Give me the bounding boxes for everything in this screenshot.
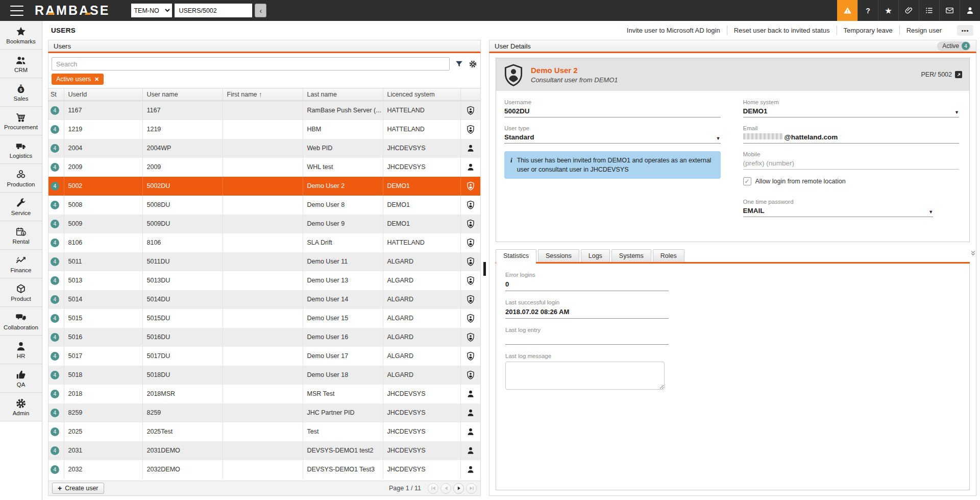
envelope-icon[interactable] [939, 0, 960, 21]
user-table-row[interactable]: 4 2025 2025Test Test JHCDEVSYS [48, 422, 480, 441]
mobile-value[interactable]: (prefix) (number) [743, 159, 960, 170]
chevron-down-icon[interactable]: ▼ [954, 110, 959, 115]
user-table-row[interactable]: 4 2031 2031DEMO DEVSYS-DEMO1 test2 JHCDE… [48, 441, 480, 460]
chevron-down-icon[interactable]: ▼ [716, 136, 721, 141]
sidebar-item[interactable]: Collaboration [0, 307, 42, 336]
action-link[interactable]: Reset user back to invited status [727, 26, 837, 35]
filter-funnel-icon[interactable] [455, 60, 463, 68]
user-table-row[interactable]: 4 8106 8106 SLA Drift HATTELAND [48, 233, 480, 252]
user-table-row[interactable]: 4 2009 2009 WHL test JHCDEVSYS [48, 158, 480, 177]
sidebar-item[interactable]: $ Sales [0, 78, 42, 107]
error-logins-value[interactable]: 0 [505, 280, 669, 291]
sidebar-item[interactable]: Procurement [0, 107, 42, 135]
last-successful-login-value[interactable]: 2018.07.02 08:26 AM [505, 308, 669, 319]
sidebar-item-label: Logistics [10, 153, 33, 159]
user-table-row[interactable]: 4 5008 5008DU Demo User 8 DEMO1 [48, 196, 480, 215]
column-header-userid[interactable]: UserId [64, 88, 142, 101]
column-header-lastname[interactable]: Last name [303, 88, 383, 101]
rambase-logo[interactable]: RAMBASE [35, 3, 110, 18]
action-link[interactable]: Invite user to Microsoft AD login [620, 26, 727, 35]
column-header-firstname[interactable]: First name ↑ [223, 88, 303, 101]
previous-page-button[interactable] [440, 483, 451, 494]
next-page-button[interactable] [453, 483, 464, 494]
last-page-button[interactable] [466, 483, 477, 494]
action-link[interactable]: Resign user [900, 26, 948, 35]
user-table-row[interactable]: 4 5002 5002DU Demo User 2 DEMO1 [48, 177, 480, 196]
external-link-icon[interactable] [955, 71, 962, 78]
last-log-entry-value[interactable] [505, 336, 669, 345]
details-tab[interactable]: Sessions [538, 249, 579, 262]
sidebar-item[interactable]: Finance [0, 250, 42, 278]
sidebar-item[interactable]: HR [0, 336, 42, 364]
username-value[interactable]: 5002DU [504, 107, 721, 117]
cubes-icon [15, 169, 27, 180]
paperclip-icon[interactable] [898, 0, 919, 21]
cell-username: 5018DU [142, 366, 223, 385]
user-table-row[interactable]: 4 1167 1167 RamBase Push Server (... HAT… [48, 101, 480, 120]
remote-login-checkbox-row[interactable]: Allow login from remote location [743, 177, 960, 185]
user-type-dropdown[interactable]: Standard ▼ [504, 133, 721, 144]
filter-chip-close-icon[interactable]: ✕ [94, 76, 99, 83]
column-header-username[interactable]: User name [142, 88, 223, 101]
user-table-row[interactable]: 4 5016 5016DU Demo User 16 ALGARD [48, 328, 480, 347]
hamburger-menu-icon[interactable] [10, 6, 23, 16]
module-select[interactable]: TEM-NO [131, 4, 172, 17]
email-value[interactable]: @hatteland.com [743, 133, 960, 144]
user-table-row[interactable]: 4 2004 2004WP Web PID JHCDEVSYS [48, 139, 480, 158]
column-header-st[interactable]: St [48, 88, 64, 101]
active-users-filter-chip[interactable]: Active users ✕ [52, 74, 104, 85]
search-input[interactable] [52, 57, 450, 70]
user-actions-bar: Invite user to Microsoft AD loginReset u… [620, 26, 955, 35]
sidebar-item[interactable]: Logistics [0, 135, 42, 164]
sidebar-item[interactable]: Production [0, 164, 42, 193]
splitter-drag-handle[interactable] [483, 262, 486, 276]
collapse-section-chevron-icon[interactable] [970, 249, 976, 258]
user-table-row[interactable]: 4 5013 5013DU Demo User 13 ALGARD [48, 271, 480, 290]
sidebar-item[interactable]: CRM [0, 50, 42, 78]
user-table-row[interactable]: 4 5009 5009DU Demo User 9 DEMO1 [48, 215, 480, 233]
sidebar-item[interactable]: QA [0, 364, 42, 393]
create-user-button[interactable]: + Create user [52, 483, 104, 494]
user-table-row[interactable]: 4 1219 1219 HBM HATTELAND [48, 120, 480, 139]
table-settings-gear-icon[interactable] [469, 60, 477, 68]
user-table-row[interactable]: 4 5011 5011DU Demo User 11 ALGARD [48, 252, 480, 271]
back-button[interactable]: ‹ [255, 4, 266, 17]
details-tabs: StatisticsSessionsLogsSystemsRoles [496, 249, 970, 264]
sidebar-item[interactable]: Admin [0, 393, 42, 421]
last-log-message-textarea[interactable] [505, 362, 665, 390]
warning-triangle-icon[interactable] [837, 0, 857, 21]
remote-login-checkbox[interactable] [743, 177, 751, 185]
user-table-row[interactable]: 4 5017 5017DU Demo User 17 ALGARD [48, 347, 480, 366]
sidebar-item-label: Procurement [4, 124, 38, 130]
action-link[interactable]: Temporary leave [837, 26, 900, 35]
details-tab[interactable]: Roles [653, 249, 684, 262]
chevron-down-icon[interactable]: ▼ [928, 209, 933, 215]
help-icon[interactable]: ? [857, 0, 878, 21]
status-count-badge: 4 [51, 144, 59, 153]
list-icon[interactable] [919, 0, 939, 21]
one-time-password-dropdown[interactable]: EMAIL ▼ [743, 207, 934, 217]
cell-firstname [223, 347, 303, 366]
details-tab[interactable]: Systems [611, 249, 651, 262]
first-page-button[interactable] [428, 483, 438, 494]
column-header-licenced-system[interactable]: Licenced system [383, 88, 460, 101]
user-table-row[interactable]: 4 5014 5014DU Demo User 14 ALGARD [48, 290, 480, 309]
command-input[interactable] [175, 4, 252, 17]
user-table-row[interactable]: 4 5018 5018DU Demo User 18 ALGARD [48, 366, 480, 385]
user-account-icon[interactable] [960, 0, 980, 21]
bookmark-star-icon[interactable]: ★ [878, 0, 898, 21]
details-tab[interactable]: Logs [581, 249, 610, 262]
user-table-row[interactable]: 4 5015 5015DU Demo User 15 ALGARD [48, 309, 480, 328]
sidebar-item[interactable]: Product [0, 278, 42, 307]
home-system-dropdown[interactable]: DEMO1 ▼ [743, 107, 960, 117]
sidebar-item[interactable]: Service [0, 193, 42, 221]
user-table-row[interactable]: 4 2018 2018MSR MSR Test JHCDEVSYS [48, 385, 480, 403]
sidebar-item[interactable]: $ Rental [0, 221, 42, 250]
sidebar-item[interactable]: Bookmarks [0, 21, 42, 50]
more-actions-button[interactable]: ••• [957, 25, 973, 36]
user-table-row[interactable]: 4 8259 8259 JHC Partner PID JHCDEVSYS [48, 403, 480, 422]
user-table-row[interactable]: 4 2032 2032DEMO DEVSYS-DEMO1 Test3 JHCDE… [48, 460, 480, 479]
details-tab[interactable]: Statistics [496, 249, 536, 262]
cell-lastname: DEVSYS-DEMO1 test2 [303, 441, 383, 460]
calendar-dollar-icon: $ [15, 226, 27, 237]
